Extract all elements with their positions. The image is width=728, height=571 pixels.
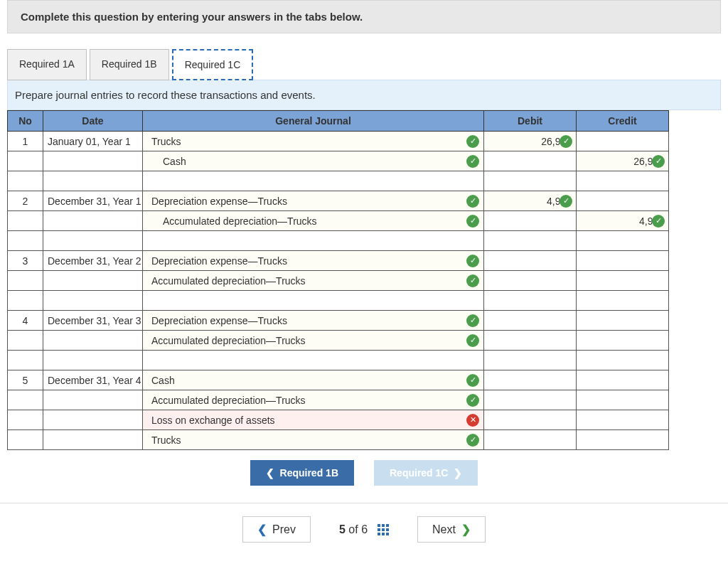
cell-no: 3 <box>8 251 43 271</box>
col-header-credit: Credit <box>577 111 669 132</box>
cell-account[interactable]: Depreciation expense—Trucks✓ <box>143 311 484 331</box>
journal-row: 4December 31, Year 3Depreciation expense… <box>8 311 669 331</box>
cell-credit[interactable] <box>577 132 669 151</box>
journal-row: Trucks✓ <box>8 430 669 450</box>
journal-row: Accumulated depreciation—Trucks✓ <box>8 271 669 291</box>
cell-account[interactable]: Depreciation expense—Trucks✓ <box>143 191 484 211</box>
cell-credit[interactable] <box>577 251 669 271</box>
cell-credit[interactable] <box>577 370 669 390</box>
account-name: Trucks <box>147 136 181 147</box>
check-icon: ✓ <box>466 374 479 387</box>
cell-debit[interactable] <box>484 251 577 271</box>
account-name: Loss on exchange of assets <box>147 415 275 426</box>
cell-date[interactable] <box>43 331 143 351</box>
cell-date[interactable] <box>43 430 143 450</box>
cell-credit[interactable] <box>577 331 669 351</box>
cell-debit[interactable] <box>484 370 577 390</box>
next-tab-label: Required 1C <box>390 467 448 479</box>
cell-account[interactable]: Accumulated depreciation—Trucks✓ <box>143 211 484 231</box>
cell-debit[interactable] <box>484 311 577 331</box>
col-header-general-journal: General Journal <box>143 111 484 132</box>
journal-row: Accumulated depreciation—Trucks✓ <box>8 331 669 351</box>
cell-no <box>8 331 43 351</box>
cell-no <box>8 410 43 430</box>
cell-credit[interactable]: 4,960✓ <box>577 211 669 231</box>
cell-credit[interactable] <box>577 430 669 450</box>
instruction-bar: Complete this question by entering your … <box>7 0 721 33</box>
check-icon: ✓ <box>466 135 479 148</box>
chevron-left-icon: ❮ <box>266 467 274 479</box>
cell-no <box>8 211 43 231</box>
tab-required-1c[interactable]: Required 1C <box>172 49 254 80</box>
page-total: 6 <box>361 523 368 535</box>
journal-table: No Date General Journal Debit Credit 1Ja… <box>7 110 669 450</box>
cell-credit[interactable] <box>577 271 669 291</box>
page-indicator: 5 of 6 <box>339 523 389 536</box>
chevron-right-icon: ❯ <box>454 467 462 479</box>
grid-icon[interactable] <box>378 524 389 535</box>
cell-debit[interactable] <box>484 151 577 171</box>
cell-account[interactable]: Loss on exchange of assets✕ <box>143 410 484 430</box>
account-name: Depreciation expense—Trucks <box>147 255 287 267</box>
prev-tab-button[interactable]: ❮ Required 1B <box>250 460 354 486</box>
question-pager: ❮ Prev 5 of 6 Next ❯ <box>0 503 728 555</box>
journal-row: Accumulated depreciation—Trucks✓ <box>8 390 669 410</box>
prev-question-button[interactable]: ❮ Prev <box>242 516 311 543</box>
cell-date[interactable]: December 31, Year 3 <box>43 311 143 331</box>
cell-date[interactable] <box>43 211 143 231</box>
cell-date[interactable]: December 31, Year 1 <box>43 191 143 211</box>
check-icon: ✓ <box>466 215 479 228</box>
cell-date[interactable] <box>43 390 143 410</box>
tab-required-1a[interactable]: Required 1A <box>7 49 87 80</box>
cell-account[interactable]: Accumulated depreciation—Trucks✓ <box>143 390 484 410</box>
cell-debit[interactable] <box>484 211 577 231</box>
spacer-row <box>8 351 669 370</box>
cell-date[interactable]: December 31, Year 4 <box>43 370 143 390</box>
cell-date[interactable] <box>43 271 143 291</box>
cell-no: 5 <box>8 370 43 390</box>
check-icon: ✓ <box>466 195 479 208</box>
cell-credit[interactable] <box>577 311 669 331</box>
spacer-row <box>8 171 669 191</box>
cell-account[interactable]: Trucks✓ <box>143 132 484 151</box>
account-name: Depreciation expense—Trucks <box>147 196 287 207</box>
cell-date[interactable] <box>43 410 143 430</box>
cell-no <box>8 430 43 450</box>
cell-account[interactable]: Trucks✓ <box>143 430 484 450</box>
cell-account[interactable]: Depreciation expense—Trucks✓ <box>143 251 484 271</box>
cell-date[interactable]: December 31, Year 2 <box>43 251 143 271</box>
cell-date[interactable]: January 01, Year 1 <box>43 132 143 151</box>
check-icon: ✓ <box>466 274 479 287</box>
cell-debit[interactable]: 4,960✓ <box>484 191 577 211</box>
cell-debit[interactable] <box>484 430 577 450</box>
cell-credit[interactable] <box>577 390 669 410</box>
cell-account[interactable]: Cash✓ <box>143 370 484 390</box>
cell-debit[interactable]: 26,950✓ <box>484 132 577 151</box>
cell-date[interactable] <box>43 151 143 171</box>
account-name: Depreciation expense—Trucks <box>147 315 287 326</box>
sub-instruction: Prepare journal entries to record these … <box>7 80 721 110</box>
next-label: Next <box>432 523 456 536</box>
cell-no: 1 <box>8 132 43 151</box>
cell-credit[interactable] <box>577 191 669 211</box>
tab-required-1b[interactable]: Required 1B <box>90 49 169 80</box>
check-icon: ✓ <box>466 255 479 267</box>
check-icon: ✓ <box>466 394 479 407</box>
col-header-no: No <box>8 111 43 132</box>
cell-credit[interactable] <box>577 410 669 430</box>
cell-account[interactable]: Accumulated depreciation—Trucks✓ <box>143 331 484 351</box>
cell-debit[interactable] <box>484 390 577 410</box>
cell-debit[interactable] <box>484 331 577 351</box>
cell-debit[interactable] <box>484 271 577 291</box>
journal-row: 3December 31, Year 2Depreciation expense… <box>8 251 669 271</box>
tab-nav-buttons: ❮ Required 1B Required 1C ❯ <box>7 460 721 486</box>
next-question-button[interactable]: Next ❯ <box>417 516 486 543</box>
cell-debit[interactable] <box>484 410 577 430</box>
cell-credit[interactable]: 26,950✓ <box>577 151 669 171</box>
spacer-row <box>8 231 669 251</box>
account-name: Trucks <box>147 434 181 446</box>
cell-account[interactable]: Cash✓ <box>143 151 484 171</box>
account-name: Cash <box>147 156 186 167</box>
cell-no: 4 <box>8 311 43 331</box>
cell-account[interactable]: Accumulated depreciation—Trucks✓ <box>143 271 484 291</box>
